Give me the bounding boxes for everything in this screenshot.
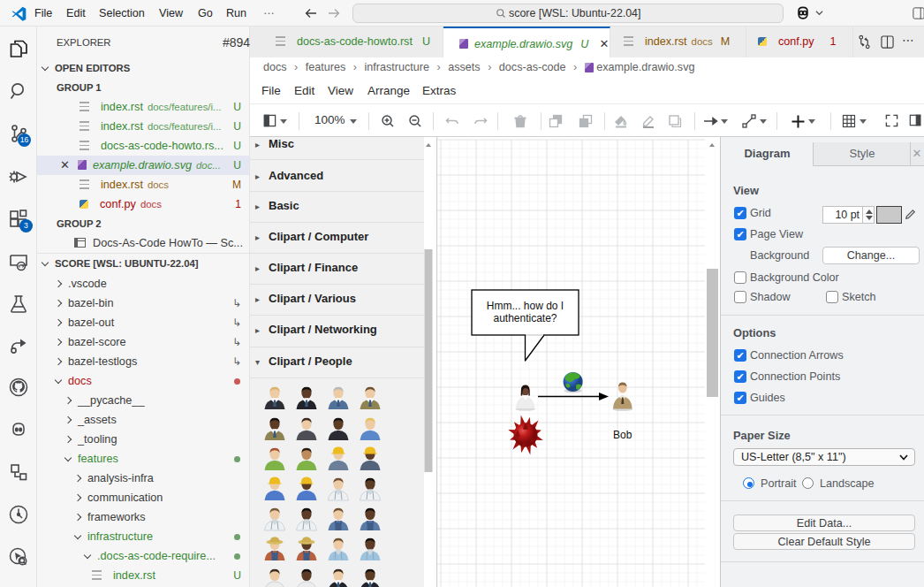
svg-text:Bob: Bob <box>613 429 632 441</box>
svg-text:Hmm... how do I: Hmm... how do I <box>487 300 564 312</box>
svg-text:authenticate?: authenticate? <box>493 312 557 324</box>
